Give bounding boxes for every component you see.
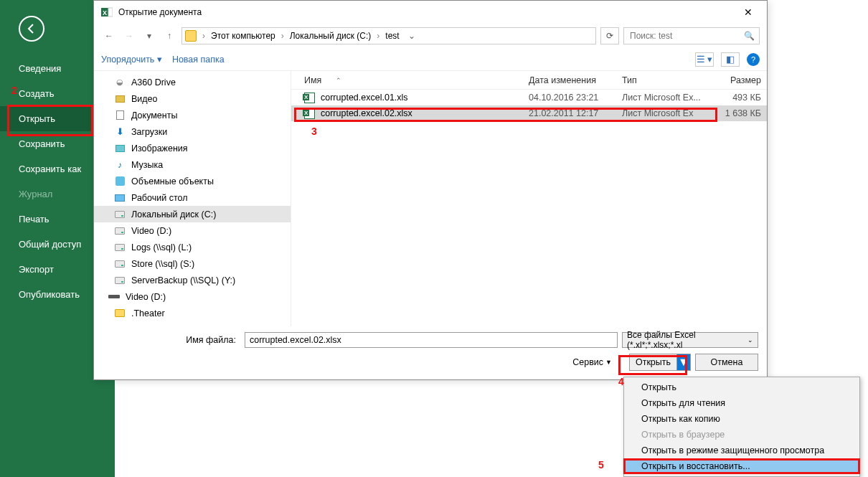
- refresh-button[interactable]: ⟳: [600, 27, 619, 44]
- tree-node[interactable]: Видео: [94, 90, 291, 107]
- open-dropdown-button[interactable]: ▼: [677, 354, 690, 370]
- tree-node-label: Видео: [131, 94, 158, 104]
- svg-rect-2: [108, 8, 113, 16]
- file-list-header[interactable]: Имя⌃ Дата изменения Тип Размер: [291, 71, 767, 90]
- open-dropdown-menu: ОткрытьОткрыть для чтенияОткрыть как коп…: [623, 377, 860, 477]
- crumb[interactable]: Локальный диск (C:): [287, 29, 374, 42]
- tree-node[interactable]: Logs (\\sql) (L:): [94, 239, 291, 255]
- tree-node-label: Logs (\\sql) (L:): [131, 242, 192, 252]
- search-icon: 🔍: [744, 31, 755, 41]
- file-type-filter[interactable]: Все файлы Excel (*.xl*;*.xlsx;*.xl⌄: [622, 332, 758, 348]
- tree-node[interactable]: Video (D:): [94, 222, 291, 239]
- dropdown-item[interactable]: Открыть и восстановить...: [626, 458, 858, 474]
- tree-node[interactable]: ServerBackup (\\SQL) (Y:): [94, 272, 291, 288]
- search-box[interactable]: 🔍: [623, 27, 760, 44]
- crumb[interactable]: Этот компьютер: [208, 29, 278, 42]
- tree-node-label: Изображения: [131, 143, 188, 154]
- tree-node-label: ServerBackup (\\SQL) (Y:): [131, 275, 235, 285]
- folder-icon: [185, 30, 197, 42]
- tree-node[interactable]: Рабочий стол: [94, 189, 291, 206]
- crumb[interactable]: test: [382, 29, 402, 42]
- search-input[interactable]: [628, 30, 744, 42]
- folder-tree[interactable]: ◒A360 DriveВидеоДокументы⬇ЗагрузкиИзобра…: [94, 71, 291, 326]
- file-type: Лист Microsoft Ex...: [616, 93, 709, 103]
- tree-node[interactable]: ♪Музыка: [94, 156, 291, 173]
- tree-node-label: Объемные объекты: [131, 176, 214, 186]
- cancel-button[interactable]: Отмена: [695, 354, 758, 371]
- annotation-3: 3: [311, 126, 317, 137]
- tree-node-label: Загрузки: [131, 127, 167, 137]
- column-name[interactable]: Имя: [304, 75, 321, 85]
- dialog-footer: Имя файла: Все файлы Excel (*.xl*;*.xlsx…: [94, 326, 767, 379]
- column-type[interactable]: Тип: [616, 75, 709, 85]
- dialog-title: Открытие документа: [118, 7, 202, 17]
- tree-node[interactable]: ◒A360 Drive: [94, 74, 291, 90]
- preview-pane-button[interactable]: ◧: [721, 52, 740, 67]
- dialog-nav-bar: ← → ▾ ↑ › Этот компьютер › Локальный дис…: [94, 24, 767, 48]
- open-button[interactable]: Открыть: [630, 354, 677, 370]
- open-file-dialog: X Открытие документа ✕ ← → ▾ ↑ › Этот ко…: [93, 0, 768, 380]
- close-button[interactable]: ✕: [734, 2, 763, 22]
- excel-file-icon: [304, 93, 315, 103]
- dropdown-item[interactable]: Открыть как копию: [626, 411, 858, 427]
- tree-node[interactable]: .Theater: [94, 305, 291, 321]
- tree-node[interactable]: Store (\\sql) (S:): [94, 255, 291, 272]
- back-button[interactable]: [19, 16, 44, 42]
- tree-node[interactable]: Объемные объекты: [94, 173, 291, 189]
- dropdown-item[interactable]: Открыть для чтения: [626, 395, 858, 411]
- tools-menu[interactable]: Сервис ▼: [572, 357, 612, 367]
- column-date[interactable]: Дата изменения: [523, 75, 616, 85]
- vid-icon: [114, 93, 126, 105]
- tree-node-label: .Theater: [131, 308, 165, 318]
- tree-node[interactable]: ⬇Загрузки: [94, 123, 291, 140]
- open-split-button: Открыть ▼: [629, 354, 691, 371]
- tree-node-label: Музыка: [131, 160, 163, 170]
- desktop-icon: [114, 192, 126, 204]
- filename-input[interactable]: [245, 332, 618, 348]
- file-type: Лист Microsoft Ex: [616, 108, 709, 118]
- dropdown-item: Открыть в браузере: [626, 427, 858, 443]
- file-row[interactable]: corrupted.excel.02.xlsx21.02.2011 12:17Л…: [291, 105, 767, 121]
- tree-node[interactable]: Изображения: [94, 140, 291, 156]
- tree-node-label: Документы: [131, 110, 177, 121]
- dropdown-item[interactable]: Открыть: [626, 379, 858, 395]
- tree-node-label: Video (D:): [131, 226, 171, 236]
- nav-forward-button[interactable]: →: [121, 28, 137, 44]
- nav-up-button[interactable]: ↑: [161, 28, 177, 44]
- organize-menu[interactable]: Упорядочить ▾: [101, 54, 162, 65]
- file-date: 21.02.2011 12:17: [523, 108, 616, 118]
- drive-icon: [114, 209, 126, 220]
- view-mode-button[interactable]: ☰ ▾: [695, 52, 714, 67]
- address-breadcrumb[interactable]: › Этот компьютер › Локальный диск (C:) ›…: [181, 27, 596, 44]
- new-folder-button[interactable]: Новая папка: [172, 55, 225, 65]
- excel-file-icon: [304, 108, 315, 119]
- doc-icon: [114, 110, 126, 121]
- tree-node-label: Рабочий стол: [131, 193, 187, 203]
- file-row[interactable]: corrupted.excel.01.xls04.10.2016 23:21Ли…: [291, 90, 767, 105]
- breadcrumb-dropdown[interactable]: ⌄: [404, 31, 420, 41]
- file-size: 493 КБ: [709, 93, 767, 103]
- help-button[interactable]: ?: [747, 53, 760, 66]
- file-name: corrupted.excel.01.xls: [321, 93, 408, 103]
- column-size[interactable]: Размер: [709, 75, 767, 85]
- nav-recent-button[interactable]: ▾: [141, 28, 157, 44]
- tree-node[interactable]: Локальный диск (C:): [94, 206, 291, 222]
- tree-node-label: Video (D:): [126, 292, 166, 302]
- file-list: Имя⌃ Дата изменения Тип Размер corrupted…: [291, 71, 767, 326]
- dl-icon: ⬇: [114, 126, 126, 138]
- dropdown-item[interactable]: Открыть в режиме защищенного просмотра: [626, 443, 858, 458]
- tree-node[interactable]: Документы: [94, 107, 291, 123]
- tree-node[interactable]: Video (D:): [94, 288, 291, 305]
- img-icon: [114, 143, 126, 154]
- nav-back-button[interactable]: ←: [101, 28, 117, 44]
- cloud-icon: ◒: [114, 77, 126, 88]
- tree-node-label: Локальный диск (C:): [131, 209, 216, 219]
- drive-icon: [114, 242, 126, 253]
- 3d-icon: [114, 176, 126, 187]
- file-date: 04.10.2016 23:21: [523, 93, 616, 103]
- annotation-2: 2: [11, 85, 17, 96]
- annotation-4: 4: [618, 376, 624, 387]
- dialog-titlebar: X Открытие документа ✕: [94, 1, 767, 24]
- music-icon: ♪: [114, 159, 126, 171]
- drive-icon: [114, 258, 126, 270]
